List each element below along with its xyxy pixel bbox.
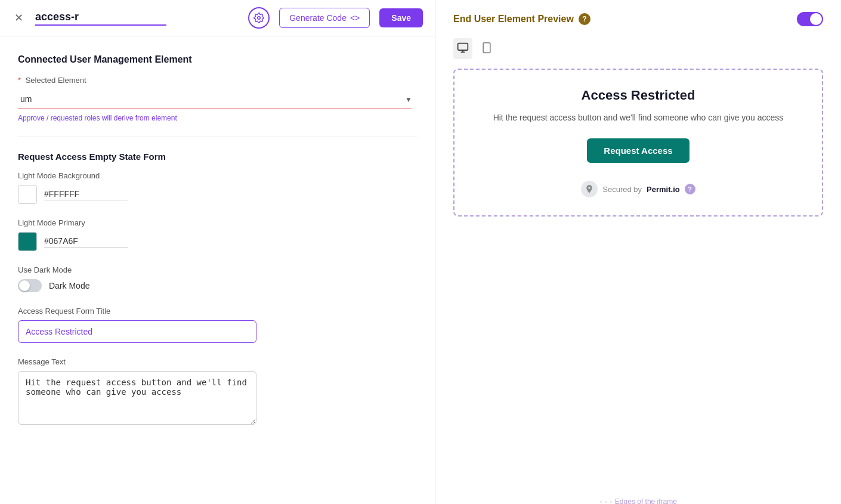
required-star: *: [18, 76, 21, 85]
light-mode-bg-group: Light Mode Background: [18, 171, 417, 204]
top-bar: ✕ Generate Code <> Save: [0, 0, 435, 36]
save-button[interactable]: Save: [379, 8, 423, 27]
section-divider: [18, 137, 417, 137]
light-mode-primary-swatch[interactable]: [18, 232, 37, 251]
iframe-label: - - - Edges of the iframe: [599, 497, 677, 504]
left-panel: ✕ Generate Code <> Save Connected User M…: [0, 0, 435, 504]
selected-element-label: * Selected Element: [18, 76, 417, 85]
light-mode-bg-row: [18, 185, 417, 204]
preview-frame: Access Restricted Hit the request access…: [453, 69, 823, 217]
access-form-title-group: Access Request Form Title: [18, 307, 417, 343]
right-panel: End User Element Preview ? Access Restri…: [435, 0, 841, 504]
secured-by-row: Secured by Permit.io ?: [493, 181, 784, 197]
dark-mode-toggle[interactable]: [18, 279, 42, 292]
light-mode-primary-label: Light Mode Primary: [18, 218, 417, 227]
iframe-dashes-icon: - - -: [599, 497, 613, 504]
preview-help-icon[interactable]: ?: [579, 13, 590, 25]
preview-content: Access Restricted Hit the request access…: [475, 70, 802, 215]
mobile-device-button[interactable]: [477, 38, 496, 59]
request-access-button[interactable]: Request Access: [587, 138, 689, 163]
access-form-title-label: Access Request Form Title: [18, 307, 417, 316]
form-section-title: Request Access Empty State Form: [18, 151, 417, 162]
preview-theme-toggle[interactable]: [797, 12, 823, 26]
permit-avatar-icon: [581, 181, 598, 197]
generate-code-button[interactable]: Generate Code <>: [279, 8, 370, 28]
generate-code-label: Generate Code: [289, 13, 347, 23]
dark-mode-toggle-row: Dark Mode: [18, 279, 417, 292]
selected-element-select-wrapper: um ▼: [18, 89, 417, 109]
preview-title-text: End User Element Preview: [453, 14, 574, 24]
svg-rect-1: [458, 44, 468, 51]
light-mode-primary-input[interactable]: [44, 236, 128, 248]
access-form-title-input[interactable]: [18, 320, 256, 343]
light-mode-bg-swatch[interactable]: [18, 185, 37, 204]
dark-mode-toggle-label: Dark Mode: [49, 281, 89, 290]
svg-point-0: [258, 17, 261, 20]
message-text-label: Message Text: [18, 357, 417, 366]
light-mode-bg-input[interactable]: [44, 189, 128, 200]
dark-mode-section-label: Use Dark Mode: [18, 265, 417, 274]
hint-text: Approve / requested roles will derive fr…: [18, 114, 417, 122]
light-mode-bg-label: Light Mode Background: [18, 171, 417, 180]
permit-question-icon[interactable]: ?: [685, 184, 695, 194]
desktop-device-button[interactable]: [453, 38, 472, 59]
connected-section-title: Connected User Management Element: [18, 54, 417, 65]
permit-link: Permit.io: [647, 185, 680, 194]
device-toggle-group: [453, 38, 823, 59]
selected-element-select[interactable]: um: [18, 89, 412, 109]
close-button[interactable]: ✕: [12, 11, 26, 24]
preview-frame-container: Access Restricted Hit the request access…: [453, 69, 823, 492]
code-brackets-icon: <>: [350, 13, 360, 23]
preview-access-title: Access Restricted: [493, 88, 784, 103]
title-input-wrapper: [35, 11, 166, 26]
message-text-group: Message Text Hit the request access butt…: [18, 357, 417, 427]
gear-icon[interactable]: [248, 7, 270, 29]
preview-message: Hit the request access button and we'll …: [493, 112, 784, 124]
connected-element-section: Connected User Management Element * Sele…: [18, 54, 417, 122]
light-mode-primary-group: Light Mode Primary: [18, 218, 417, 251]
dark-mode-group: Use Dark Mode Dark Mode: [18, 265, 417, 292]
title-input[interactable]: [35, 11, 166, 26]
secured-by-text: Secured by: [602, 185, 642, 194]
preview-title-area: End User Element Preview ?: [453, 13, 590, 25]
message-text-textarea[interactable]: Hit the request access button and we'll …: [18, 371, 256, 425]
svg-rect-4: [483, 43, 490, 53]
left-content: Connected User Management Element * Sele…: [0, 36, 435, 504]
preview-header: End User Element Preview ?: [453, 12, 823, 26]
light-mode-primary-row: [18, 232, 417, 251]
